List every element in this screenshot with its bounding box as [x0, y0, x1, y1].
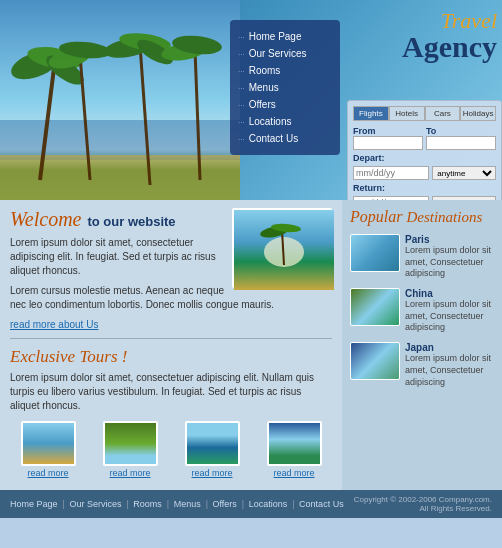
footer: Home Page| Our Services| Rooms| Menus| O…: [0, 490, 502, 518]
depart-date-input[interactable]: [353, 166, 429, 180]
logo: Travel Agency: [347, 10, 497, 62]
nav-menus[interactable]: Menus: [230, 79, 340, 96]
to-label: To: [426, 126, 496, 136]
china-name: China: [405, 288, 494, 299]
destination-japan: Japan Lorem ipsum dolor sit amet, Consec…: [350, 342, 494, 388]
tour-item-2: read more: [92, 421, 168, 478]
japan-thumbnail: [350, 342, 400, 380]
welcome-cursive: Welcome: [10, 208, 81, 231]
welcome-title: Welcome to our website: [10, 208, 224, 231]
tour-item-1: read more: [10, 421, 86, 478]
welcome-rest: to our website: [87, 214, 175, 229]
welcome-section: Welcome to our website Lorem ipsum dolor…: [10, 208, 332, 330]
destination-paris: Paris Lorem ipsum dolor sit amet, Consec…: [350, 234, 494, 280]
left-column: Welcome to our website Lorem ipsum dolor…: [0, 200, 342, 490]
svg-rect-1: [0, 120, 240, 160]
tours-title: Exclusive Tours !: [10, 347, 332, 367]
read-more-link[interactable]: read more about Us: [10, 319, 98, 330]
footer-copyright: Copyright © 2002-2006 Company.com. All R…: [354, 495, 492, 513]
from-label: From: [353, 126, 423, 136]
footer-menus[interactable]: Menus: [174, 499, 201, 509]
logo-travel: Travel: [347, 10, 497, 32]
nav-home[interactable]: Home Page: [230, 28, 340, 45]
right-column: Popular Destinations Paris Lorem ipsum d…: [342, 200, 502, 490]
tab-holidays[interactable]: Holidays: [460, 106, 496, 121]
header: Home Page Our Services Rooms Menus Offer…: [0, 0, 502, 200]
tour-read-more-2[interactable]: read more: [92, 468, 168, 478]
nav-rooms[interactable]: Rooms: [230, 62, 340, 79]
tab-hotels[interactable]: Hotels: [389, 106, 425, 121]
footer-locations[interactable]: Locations: [249, 499, 288, 509]
china-thumbnail: [350, 288, 400, 326]
footer-rooms[interactable]: Rooms: [133, 499, 162, 509]
return-date-input[interactable]: [353, 196, 429, 200]
popular-title: Popular Destinations: [350, 208, 494, 226]
tour-thumb-3: [185, 421, 240, 466]
footer-home[interactable]: Home Page: [10, 499, 58, 509]
japan-info: Japan Lorem ipsum dolor sit amet, Consec…: [405, 342, 494, 388]
tour-item-4: read more: [256, 421, 332, 478]
china-desc: Lorem ipsum dolor sit amet, Consectetuer…: [405, 299, 494, 334]
booking-panel: Flights Hotels Cars Holidays From To Dep…: [347, 100, 502, 200]
tour-thumb-2: [103, 421, 158, 466]
popular-title-cursive: Destinations: [406, 209, 482, 225]
tour-read-more-1[interactable]: read more: [10, 468, 86, 478]
footer-services[interactable]: Our Services: [69, 499, 121, 509]
tours-text: Lorem ipsum dolor sit amet, consectetuer…: [10, 371, 332, 413]
tour-read-more-3[interactable]: read more: [174, 468, 250, 478]
from-input[interactable]: [353, 136, 423, 150]
footer-nav: Home Page| Our Services| Rooms| Menus| O…: [10, 499, 347, 509]
paris-desc: Lorem ipsum dolor sit amet, Consectetuer…: [405, 245, 494, 280]
tour-thumbnails: read more read more read more read more: [10, 421, 332, 478]
tours-section: Exclusive Tours ! Lorem ipsum dolor sit …: [10, 347, 332, 478]
nav-services[interactable]: Our Services: [230, 45, 340, 62]
paris-info: Paris Lorem ipsum dolor sit amet, Consec…: [405, 234, 494, 280]
navigation-menu: Home Page Our Services Rooms Menus Offer…: [230, 20, 340, 155]
header-background-image: [0, 0, 240, 200]
tab-cars[interactable]: Cars: [425, 106, 461, 121]
paris-name: Paris: [405, 234, 494, 245]
footer-offers[interactable]: Offers: [213, 499, 237, 509]
tour-item-3: read more: [174, 421, 250, 478]
return-time-select[interactable]: anytime: [432, 196, 496, 200]
copyright-line2: All Rights Reserved.: [354, 504, 492, 513]
return-label: Return:: [353, 183, 496, 193]
popular-title-normal: Popular: [350, 208, 406, 225]
divider-1: [10, 338, 332, 339]
tour-thumb-4: [267, 421, 322, 466]
booking-tabs: Flights Hotels Cars Holidays: [353, 106, 496, 121]
paris-thumbnail: [350, 234, 400, 272]
depart-time-select[interactable]: anytime: [432, 166, 496, 180]
footer-contact[interactable]: Contact Us: [299, 499, 344, 509]
svg-rect-2: [0, 155, 240, 200]
china-info: China Lorem ipsum dolor sit amet, Consec…: [405, 288, 494, 334]
logo-agency: Agency: [347, 32, 497, 62]
main-content: Welcome to our website Lorem ipsum dolor…: [0, 200, 502, 490]
nav-contact[interactable]: Contact Us: [230, 130, 340, 147]
destination-china: China Lorem ipsum dolor sit amet, Consec…: [350, 288, 494, 334]
copyright-line1: Copyright © 2002-2006 Company.com.: [354, 495, 492, 504]
tour-thumb-1: [21, 421, 76, 466]
japan-desc: Lorem ipsum dolor sit amet, Consectetuer…: [405, 353, 494, 388]
to-input[interactable]: [426, 136, 496, 150]
nav-locations[interactable]: Locations: [230, 113, 340, 130]
nav-offers[interactable]: Offers: [230, 96, 340, 113]
japan-name: Japan: [405, 342, 494, 353]
tour-read-more-4[interactable]: read more: [256, 468, 332, 478]
tab-flights[interactable]: Flights: [353, 106, 389, 121]
depart-label: Depart:: [353, 153, 496, 163]
beach-thumbnail: [232, 208, 332, 288]
